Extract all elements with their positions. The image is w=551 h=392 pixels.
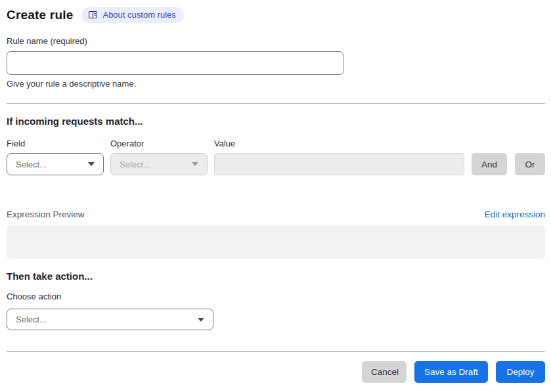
action-select-value: Select... xyxy=(16,315,47,324)
rule-name-helper: Give your rule a descriptive name. xyxy=(7,79,545,89)
cancel-button[interactable]: Cancel xyxy=(362,361,407,383)
match-section-heading: If incoming requests match... xyxy=(7,116,545,127)
edit-expression-link[interactable]: Edit expression xyxy=(485,209,545,219)
chevron-down-icon xyxy=(192,162,198,166)
value-label: Value xyxy=(214,139,545,148)
match-labels-row: Field Operator Value xyxy=(7,139,545,148)
page-title: Create rule xyxy=(7,8,73,22)
expression-preview-header: Expression Preview Edit expression xyxy=(7,209,545,219)
create-rule-page: Create rule About custom rules Rule name… xyxy=(0,0,551,383)
deploy-button[interactable]: Deploy xyxy=(496,361,545,383)
field-label: Field xyxy=(7,139,110,148)
or-button[interactable]: Or xyxy=(515,153,545,175)
and-button[interactable]: And xyxy=(472,153,507,175)
rule-name-label: Rule name (required) xyxy=(7,36,545,46)
rule-name-input[interactable] xyxy=(7,51,343,75)
match-controls-row: Select... Select... And Or xyxy=(7,153,545,175)
expression-preview-box xyxy=(7,225,545,259)
field-select[interactable]: Select... xyxy=(7,153,104,175)
about-custom-rules-badge[interactable]: About custom rules xyxy=(81,7,183,23)
footer-divider xyxy=(7,351,545,352)
save-as-draft-button[interactable]: Save as Draft xyxy=(414,361,488,383)
chevron-down-icon xyxy=(198,318,204,322)
action-select[interactable]: Select... xyxy=(7,309,213,330)
section-divider xyxy=(7,103,545,104)
operator-select-value: Select... xyxy=(120,160,150,169)
footer-actions: Cancel Save as Draft Deploy xyxy=(7,361,545,383)
chevron-down-icon xyxy=(88,162,95,166)
expression-preview-label: Expression Preview xyxy=(7,209,85,219)
book-icon xyxy=(88,10,98,20)
value-input[interactable] xyxy=(214,153,464,175)
field-select-value: Select... xyxy=(16,160,47,169)
about-badge-label: About custom rules xyxy=(102,10,175,20)
operator-label: Operator xyxy=(110,139,214,148)
action-section-heading: Then take action... xyxy=(7,271,545,282)
choose-action-label: Choose action xyxy=(7,292,545,301)
operator-select[interactable]: Select... xyxy=(110,153,208,175)
page-header: Create rule About custom rules xyxy=(7,7,545,24)
